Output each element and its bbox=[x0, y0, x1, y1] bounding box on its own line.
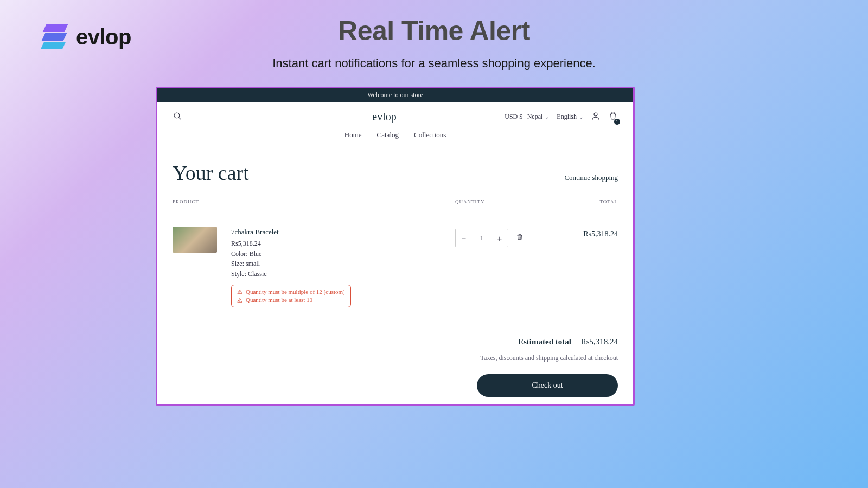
product-style: Style: Classic bbox=[231, 269, 351, 279]
language-selector-label: English bbox=[557, 113, 577, 121]
tax-note: Taxes, discounts and shipping calculated… bbox=[173, 354, 618, 362]
nav-collections[interactable]: Collections bbox=[414, 131, 446, 139]
continue-shopping-link[interactable]: Continue shopping bbox=[564, 174, 618, 182]
alert-message-1: Quantity must be multiple of 12 [custom] bbox=[246, 288, 345, 296]
line-total: Rs5,318.24 bbox=[564, 227, 618, 307]
column-total: TOTAL bbox=[564, 199, 618, 204]
account-icon[interactable] bbox=[591, 111, 601, 123]
cart-summary: Estimated total Rs5,318.24 Taxes, discou… bbox=[173, 323, 618, 406]
hero-subtitle: Instant cart notifications for a seamles… bbox=[272, 56, 596, 70]
quantity-value: 1 bbox=[472, 234, 492, 242]
search-icon[interactable] bbox=[173, 111, 182, 123]
evlop-logo-icon bbox=[42, 21, 68, 53]
main-nav: Home Catalog Collections bbox=[157, 123, 633, 150]
announcement-bar: Welcome to our store bbox=[157, 88, 633, 102]
brand-logo-text: evlop bbox=[76, 25, 131, 49]
product-price: Rs5,318.24 bbox=[231, 239, 351, 249]
nav-catalog[interactable]: Catalog bbox=[377, 131, 399, 139]
cart-table-header: PRODUCT QUANTITY TOTAL bbox=[173, 199, 618, 211]
checkout-button[interactable]: Check out bbox=[477, 374, 618, 397]
language-selector[interactable]: English ⌄ bbox=[557, 113, 583, 121]
chevron-down-icon: ⌄ bbox=[579, 114, 583, 120]
product-color: Color: Blue bbox=[231, 249, 351, 259]
decrement-button[interactable]: − bbox=[456, 229, 472, 247]
store-header: evlop USD $ | Nepal ⌄ English ⌄ 1 bbox=[157, 102, 633, 123]
warning-icon bbox=[237, 298, 242, 303]
store-title: evlop bbox=[270, 111, 499, 123]
cart-badge: 1 bbox=[614, 119, 620, 125]
currency-selector[interactable]: USD $ | Nepal ⌄ bbox=[505, 113, 549, 121]
storefront-screenshot: Welcome to our store evlop USD $ | Nepal… bbox=[156, 87, 635, 406]
nav-home[interactable]: Home bbox=[344, 131, 362, 139]
currency-selector-label: USD $ | Nepal bbox=[505, 113, 542, 121]
svg-point-2 bbox=[594, 113, 597, 116]
warning-icon bbox=[237, 289, 242, 294]
brand-logo: evlop bbox=[42, 21, 131, 53]
cart-icon[interactable]: 1 bbox=[608, 111, 618, 123]
alert-message-2: Quantity must be at least 10 bbox=[246, 296, 312, 304]
svg-point-0 bbox=[174, 113, 180, 118]
estimated-total-value: Rs5,318.24 bbox=[581, 337, 618, 346]
product-thumbnail bbox=[173, 227, 217, 253]
increment-button[interactable]: + bbox=[492, 229, 508, 247]
column-quantity: QUANTITY bbox=[455, 199, 564, 204]
hero-title: Real Time Alert bbox=[338, 15, 530, 47]
quantity-alert-box: Quantity must be multiple of 12 [custom]… bbox=[231, 285, 351, 308]
product-name: 7chakra Bracelet bbox=[231, 227, 351, 237]
quantity-stepper: − 1 + bbox=[455, 229, 508, 247]
estimated-total-label: Estimated total bbox=[518, 337, 571, 346]
product-size: Size: small bbox=[231, 259, 351, 269]
column-product: PRODUCT bbox=[173, 199, 455, 204]
remove-item-button[interactable] bbox=[516, 229, 524, 243]
svg-line-1 bbox=[179, 117, 181, 119]
cart-page-title: Your cart bbox=[173, 161, 249, 185]
chevron-down-icon: ⌄ bbox=[545, 114, 549, 120]
cart-line-item: 7chakra Bracelet Rs5,318.24 Color: Blue … bbox=[173, 211, 618, 323]
cart-page: Your cart Continue shopping PRODUCT QUAN… bbox=[157, 150, 633, 406]
